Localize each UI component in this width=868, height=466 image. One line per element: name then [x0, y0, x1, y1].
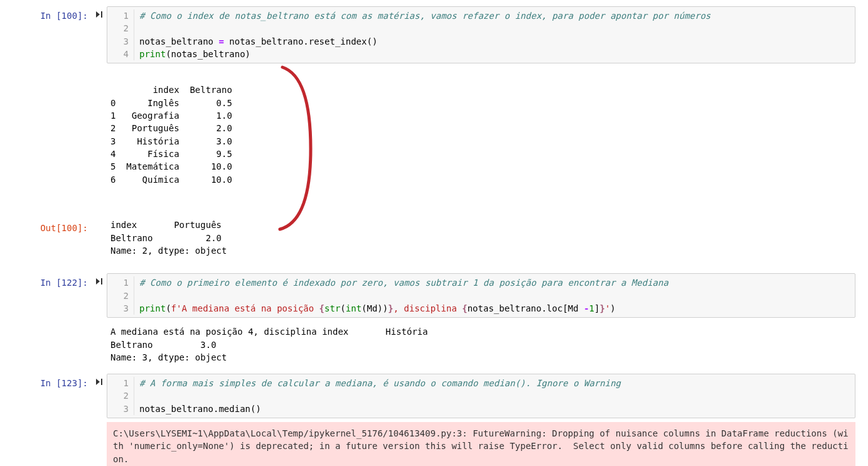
input-prompt: In [122]: — [13, 273, 92, 318]
code-editor[interactable]: 1# Como o index de notas_beltrano está c… — [107, 6, 855, 63]
svg-rect-1 — [101, 278, 102, 284]
output-text: index Beltrano 0 Inglês 0.5 1 Geografia … — [110, 85, 232, 184]
code-cell: In [123]: 1# A forma mais simples de cal… — [13, 374, 855, 418]
svg-rect-2 — [101, 379, 102, 385]
code-cell: In [122]: 1# Como o primeiro elemento é … — [13, 273, 855, 318]
input-prompt: In [123]: — [13, 374, 92, 418]
code-cell: In [100]: 1# Como o index de notas_beltr… — [13, 6, 855, 63]
output-row: C:\Users\LYSEMI~1\AppData\Local\Temp/ipy… — [13, 422, 855, 466]
stderr-warning: C:\Users\LYSEMI~1\AppData\Local\Temp/ipy… — [107, 422, 855, 466]
output-row: A mediana está na posição 4, disciplina … — [13, 322, 855, 367]
code-editor[interactable]: 1# A forma mais simples de calcular a me… — [107, 374, 855, 418]
output-row: Out[100]: index Português Beltrano 2.0 N… — [13, 219, 855, 261]
stdout-output: A mediana está na posição 4, disciplina … — [107, 322, 855, 367]
output-prompt: Out[100]: — [13, 219, 92, 261]
notebook: In [100]: 1# Como o index de notas_beltr… — [0, 0, 868, 466]
output-row: index Beltrano 0 Inglês 0.5 1 Geografia … — [13, 67, 855, 215]
result-output: index Português Beltrano 2.0 Name: 2, dt… — [107, 219, 855, 261]
code-editor[interactable]: 1# Como o primeiro elemento é indexado p… — [107, 273, 855, 318]
svg-rect-0 — [101, 11, 102, 18]
run-cell-icon[interactable] — [92, 10, 107, 21]
run-cell-icon[interactable] — [92, 377, 107, 388]
hand-annotation — [276, 61, 320, 237]
stdout-output: index Beltrano 0 Inglês 0.5 1 Geografia … — [107, 67, 855, 215]
run-cell-icon[interactable] — [92, 277, 107, 288]
input-prompt: In [100]: — [13, 6, 92, 63]
